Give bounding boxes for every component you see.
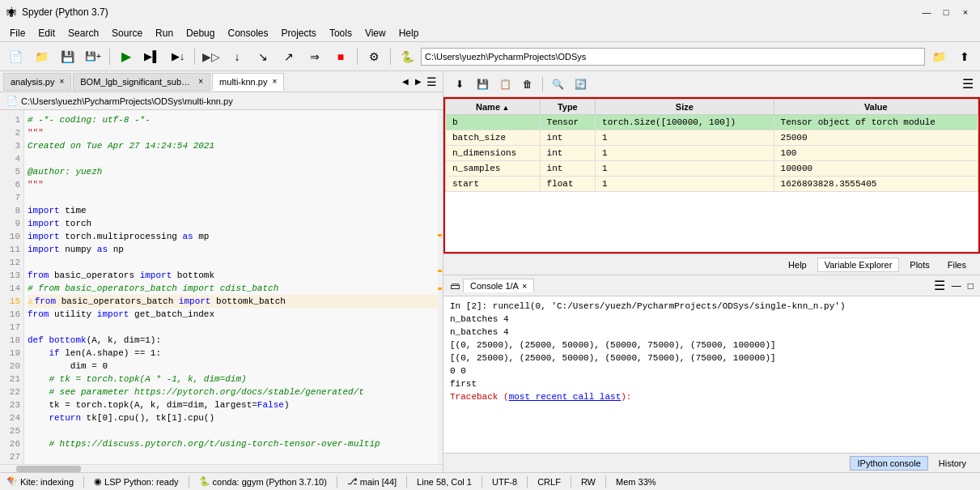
new-file-button[interactable]: 📄 [3,45,28,68]
browse-button[interactable]: 📁 [927,45,951,68]
refresh-button[interactable]: 🔄 [571,75,590,94]
tab-prev-button[interactable]: ◀ [400,77,411,86]
save-all-button[interactable]: 💾+ [81,45,105,68]
stop-button[interactable]: ■ [329,45,353,68]
run-cell-advance-button[interactable]: ▶↓ [166,45,190,68]
editor-hscroll[interactable] [0,464,443,472]
table-row[interactable]: b Tensor torch.Size([100000, 100]) Tenso… [446,115,978,130]
console-line-1: n_batches 4 [450,313,974,326]
run-cell-button[interactable]: ▶▌ [140,45,164,68]
close-button[interactable]: × [957,4,974,20]
console-tab-1[interactable]: Console 1/A × [463,279,534,292]
menu-item-projects[interactable]: Projects [275,26,323,40]
console-line-traceback: Traceback (most recent call last): [450,390,974,403]
var-size: 1 [596,146,774,161]
menu-item-file[interactable]: File [3,26,32,40]
tab-variable-explorer[interactable]: Variable Explorer [817,258,900,272]
table-row[interactable]: n_samples int 1 100000 [446,161,978,177]
continue-button[interactable]: ⇒ [303,45,327,68]
code-area[interactable]: 12345 678910 1112131415 1617181920 21222… [0,110,443,472]
debug-button[interactable]: ▶▷ [199,45,223,68]
var-menu-button[interactable]: ☰ [962,76,974,92]
import-data-button[interactable]: ⬇ [450,75,469,94]
console-output[interactable]: In [2]: runcell(0, 'C:/Users/yuezh/Pycha… [443,296,980,453]
menu-item-view[interactable]: View [358,26,392,40]
toolbar-separator-3 [357,49,358,65]
col-value[interactable]: Value [774,100,978,115]
table-row[interactable]: n_dimensions int 1 100 [446,146,978,161]
console-menu-button[interactable]: ☰ [934,278,945,293]
maximize-button[interactable]: □ [938,4,954,20]
variable-table: Name Type Size Value b Tensor torch.Size… [443,97,980,254]
menu-item-help[interactable]: Help [392,26,426,40]
var-value: 1626893828.3555405 [774,177,978,192]
table-row[interactable]: batch_size int 1 25000 [446,130,978,146]
var-size: 1 [596,130,774,146]
console-minimize-button[interactable]: — [952,280,961,292]
variable-explorer-toolbar: ⬇ 💾 📋 🗑 🔍 🔄 ☰ [443,71,980,97]
minimize-button[interactable]: — [918,4,935,20]
save-button[interactable]: 💾 [55,45,79,68]
console-maximize-button[interactable]: □ [968,280,974,292]
open-file-button[interactable]: 📁 [29,45,53,68]
var-size: torch.Size([100000, 100]) [596,115,774,130]
step-over-button[interactable]: ↓ [225,45,249,68]
menu-item-source[interactable]: Source [105,26,149,40]
tab-bom[interactable]: BOM_lgb_significant_subset_analysis_data… [73,73,210,91]
tab-ipython-console[interactable]: IPython console [850,456,927,471]
col-type[interactable]: Type [540,100,596,115]
col-name[interactable]: Name [446,100,541,115]
var-value: 100 [774,146,978,161]
step-out-button[interactable]: ↗ [277,45,301,68]
menu-item-consoles[interactable]: Consoles [221,26,274,40]
save-data-button[interactable]: 💾 [473,75,492,94]
menu-item-run[interactable]: Run [149,26,180,40]
code-line-22: # see parameter https://pytorch.org/docs… [28,386,439,398]
step-in-button[interactable]: ↘ [251,45,275,68]
tab-plots[interactable]: Plots [902,258,936,272]
copy-button[interactable]: 📋 [495,75,515,94]
tab-help[interactable]: Help [781,258,814,272]
col-size[interactable]: Size [596,100,774,115]
search-var-button[interactable]: 🔍 [548,75,567,94]
code-line-8: import time [28,204,439,217]
tab-menu-button[interactable]: ☰ [424,75,439,88]
tab-history[interactable]: History [931,456,974,471]
path-input[interactable]: C:\Users\yuezh\PycharmProjects\ODSys [421,48,925,66]
delete-button[interactable]: 🗑 [518,75,537,94]
app-title: Spyder (Python 3.7) [22,6,108,18]
tab-analysis-close[interactable]: × [59,77,64,86]
python-env-button[interactable]: 🐍 [395,45,419,68]
status-separator-4 [406,476,407,488]
code-content[interactable]: # -*- coding: utf-8 -*- """ Created on T… [24,110,443,464]
editor-hscroll-thumb[interactable] [16,466,81,472]
run-button[interactable]: ▶ [114,45,138,68]
profile-button[interactable]: ⚙ [362,45,386,68]
var-type: float [540,177,596,192]
tab-next-button[interactable]: ▶ [413,77,424,86]
up-dir-button[interactable]: ⬆ [952,45,977,68]
var-type: int [540,130,596,146]
console-panel: 🗃 Console 1/A × ☰ — □ In [2]: runcell(0,… [443,275,980,453]
menu-item-tools[interactable]: Tools [323,26,358,40]
menu-item-debug[interactable]: Debug [180,26,221,40]
tab-bom-close[interactable]: × [198,77,203,86]
code-line-12 [28,256,439,269]
tab-multi-knn-close[interactable]: × [272,77,277,86]
code-line-4 [28,152,439,165]
console-line-3: [(0, 25000), (25000, 50000), (50000, 750… [450,339,974,352]
menu-item-search[interactable]: Search [62,26,105,40]
menu-item-edit[interactable]: Edit [32,26,62,40]
status-kite: 🪁 Kite: indexing [6,476,74,487]
console-new-button[interactable]: 🗃 [450,280,460,292]
right-panel: ⬇ 💾 📋 🗑 🔍 🔄 ☰ Name Type Size Value [443,71,980,472]
tab-files[interactable]: Files [940,258,974,272]
console-tab-close[interactable]: × [522,281,527,291]
tab-analysis[interactable]: analysis.py × [3,73,71,91]
editor-vscroll[interactable] [438,110,443,464]
table-row[interactable]: start float 1 1626893828.3555405 [446,177,978,192]
code-line-21: # tk = torch.topk(A * -1, k, dim=dim) [28,373,439,386]
toolbar-separator-4 [390,49,391,65]
lsp-status-text: LSP Python: ready [104,477,179,487]
tab-multi-knn[interactable]: multi-knn.py × [212,73,284,91]
